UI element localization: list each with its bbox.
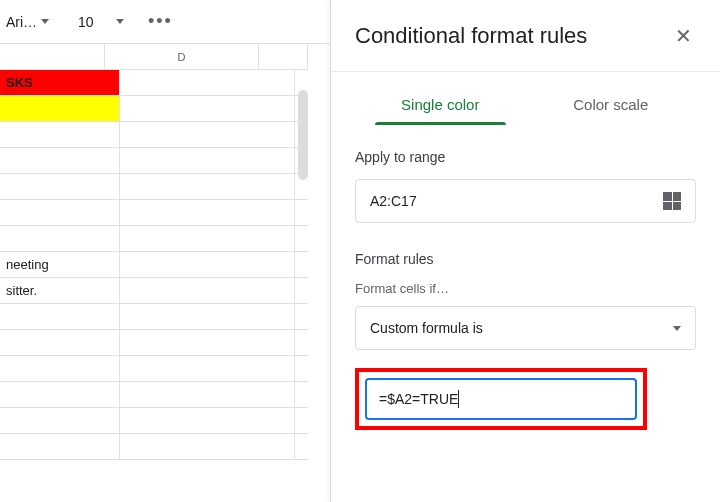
cell[interactable] xyxy=(120,408,295,433)
formula-input[interactable]: =$A2=TRUE xyxy=(365,378,637,420)
table-row[interactable] xyxy=(0,382,308,408)
spreadsheet-area: D SKS neeting sitter. xyxy=(0,44,308,502)
table-row[interactable] xyxy=(0,148,308,174)
cell[interactable] xyxy=(120,200,295,225)
table-row[interactable] xyxy=(0,200,308,226)
cell[interactable] xyxy=(0,356,120,381)
cell[interactable] xyxy=(120,70,295,95)
more-menu-button[interactable]: ••• xyxy=(138,11,183,32)
cell[interactable] xyxy=(0,304,120,329)
cell[interactable] xyxy=(120,96,295,121)
cell[interactable] xyxy=(0,200,120,225)
table-row[interactable]: SKS xyxy=(0,70,308,96)
cell[interactable] xyxy=(0,96,120,121)
font-selector[interactable]: Ari… xyxy=(0,10,50,34)
text-cursor xyxy=(458,390,459,408)
tab-color-scale[interactable]: Color scale xyxy=(526,84,697,125)
table-row[interactable] xyxy=(0,174,308,200)
chevron-down-icon xyxy=(673,326,681,331)
cell[interactable] xyxy=(0,226,120,251)
cell[interactable] xyxy=(120,278,295,303)
cell[interactable] xyxy=(0,330,120,355)
condition-select[interactable]: Custom formula is xyxy=(355,306,696,350)
tab-single-color[interactable]: Single color xyxy=(355,84,526,125)
table-row[interactable]: neeting xyxy=(0,252,308,278)
cell[interactable] xyxy=(120,252,295,277)
cell[interactable] xyxy=(120,330,295,355)
table-row[interactable] xyxy=(0,408,308,434)
table-row[interactable] xyxy=(0,226,308,252)
cell[interactable] xyxy=(0,148,120,173)
cell[interactable] xyxy=(120,226,295,251)
column-headers: D xyxy=(0,44,308,70)
cell[interactable] xyxy=(0,434,120,459)
table-row[interactable] xyxy=(0,122,308,148)
chevron-down-icon xyxy=(41,19,49,24)
apply-range-label: Apply to range xyxy=(355,149,696,165)
cell[interactable]: SKS xyxy=(0,70,120,95)
cell[interactable]: sitter. xyxy=(0,278,120,303)
cell[interactable]: neeting xyxy=(0,252,120,277)
table-row[interactable] xyxy=(0,434,308,460)
cell[interactable] xyxy=(0,382,120,407)
panel-tabs: Single color Color scale xyxy=(331,72,720,125)
range-value: A2:C17 xyxy=(370,193,417,209)
condition-value: Custom formula is xyxy=(370,320,483,336)
close-icon: ✕ xyxy=(675,25,692,47)
cell[interactable] xyxy=(120,382,295,407)
table-row[interactable] xyxy=(0,96,308,122)
column-header-c[interactable] xyxy=(0,44,105,69)
cell[interactable] xyxy=(0,408,120,433)
font-size-selector[interactable]: 10 xyxy=(58,10,130,34)
cell[interactable] xyxy=(0,174,120,199)
cell[interactable] xyxy=(120,122,295,147)
spreadsheet-grid[interactable]: D SKS neeting sitter. xyxy=(0,44,308,502)
range-input[interactable]: A2:C17 xyxy=(355,179,696,223)
cell[interactable] xyxy=(120,356,295,381)
format-rules-label: Format rules xyxy=(355,251,696,267)
cell[interactable] xyxy=(120,174,295,199)
formula-text: =$A2=TRUE xyxy=(379,391,458,407)
select-range-icon[interactable] xyxy=(663,192,681,210)
table-row[interactable] xyxy=(0,330,308,356)
table-row[interactable]: sitter. xyxy=(0,278,308,304)
panel-header: Conditional format rules ✕ xyxy=(331,0,720,72)
font-name-text: Ari… xyxy=(6,14,37,30)
panel-title: Conditional format rules xyxy=(355,23,587,49)
cell[interactable] xyxy=(0,122,120,147)
format-cells-if-label: Format cells if… xyxy=(355,281,696,296)
scrollbar-thumb[interactable] xyxy=(298,90,308,180)
cell[interactable] xyxy=(120,434,295,459)
grid-rows: SKS neeting sitter. xyxy=(0,70,308,460)
close-panel-button[interactable]: ✕ xyxy=(671,20,696,52)
panel-body: Apply to range A2:C17 Format rules Forma… xyxy=(331,125,720,454)
cell[interactable] xyxy=(120,304,295,329)
conditional-format-panel: Conditional format rules ✕ Single color … xyxy=(330,0,720,502)
column-header-e[interactable] xyxy=(259,44,308,69)
cell[interactable] xyxy=(120,148,295,173)
column-header-d[interactable]: D xyxy=(105,44,259,69)
chevron-down-icon xyxy=(116,19,124,24)
table-row[interactable] xyxy=(0,304,308,330)
font-size-text: 10 xyxy=(78,14,94,30)
table-row[interactable] xyxy=(0,356,308,382)
formula-highlight-box: =$A2=TRUE xyxy=(355,368,647,430)
